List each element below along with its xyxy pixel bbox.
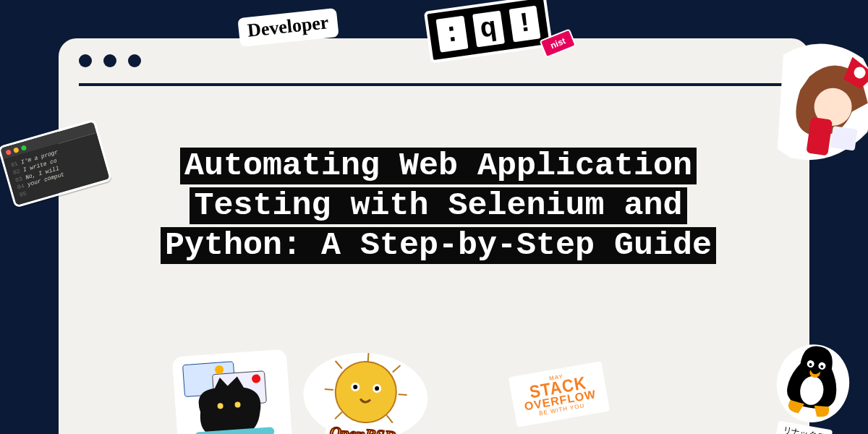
window-dot — [103, 54, 116, 67]
article-title: Automating Web Application Testing with … — [124, 147, 753, 266]
tux-icon — [767, 331, 860, 430]
anime-girl-sticker — [761, 32, 868, 176]
q-key-icon: q — [469, 8, 507, 49]
svg-line-17 — [325, 389, 333, 390]
colon-key-icon: : — [433, 13, 471, 54]
developer-sticker-text: Developer — [247, 12, 330, 41]
window-dot — [79, 54, 92, 67]
openbsd-puffy-icon — [293, 341, 438, 434]
window-divider — [79, 83, 789, 86]
cat-error-icon — [167, 344, 297, 434]
anime-girl-icon — [761, 32, 868, 176]
openbsd-sticker: OpenBSD — [293, 341, 438, 434]
svg-line-18 — [399, 394, 407, 395]
svg-line-14 — [368, 353, 369, 362]
linux-tux-sticker: リナックス — [765, 331, 861, 434]
svg-rect-2 — [830, 126, 858, 150]
cat-error-sticker — [167, 344, 297, 434]
bang-key-icon: ! — [506, 3, 544, 44]
article-title-text: Automating Web Application Testing with … — [161, 148, 716, 264]
window-dot — [128, 54, 141, 67]
